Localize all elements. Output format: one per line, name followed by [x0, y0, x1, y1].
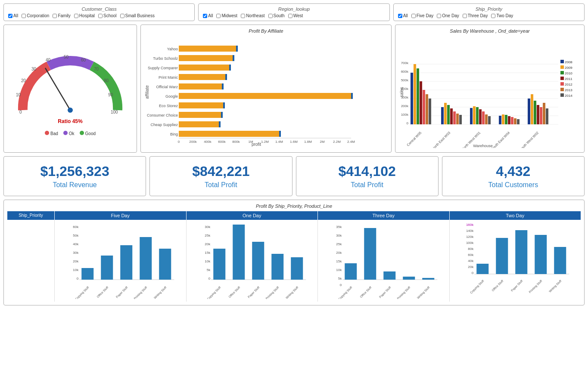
svg-rect-108	[537, 105, 539, 124]
svg-text:Turbo Schoolz: Turbo Schoolz	[153, 56, 178, 61]
two-day-svg: 160k 140k 120k 100k 80k 60k 40k 20k 0 Co…	[451, 222, 579, 299]
svg-rect-102	[511, 117, 513, 124]
svg-rect-142	[120, 245, 132, 280]
sp-one-day[interactable]: One Day	[437, 13, 459, 18]
profit-affiliate-title: Profit By Affiliate	[144, 28, 388, 34]
svg-text:300k: 300k	[401, 96, 409, 99]
bottom-header: Ship_Priority Five Day One Day Three Day…	[7, 211, 581, 220]
svg-rect-97	[488, 116, 491, 124]
svg-text:North East W03: North East W03	[431, 131, 451, 148]
svg-rect-38	[179, 112, 221, 118]
svg-text:25k: 25k	[336, 242, 342, 246]
customer-class-options: All Corporation Family Hospital School S…	[8, 13, 190, 18]
sp-five-day[interactable]: Five Day	[411, 13, 433, 18]
svg-text:2009: 2009	[565, 66, 572, 70]
svg-rect-199	[515, 230, 527, 274]
region-options: All Midwest Northeast South West	[203, 13, 385, 18]
svg-text:60: 60	[81, 58, 86, 62]
sp-three-day[interactable]: Three Day	[463, 13, 488, 18]
three-day-header: Three Day	[318, 211, 450, 220]
ship-priority-header: Ship_Priority	[7, 211, 55, 220]
svg-text:500k: 500k	[401, 78, 409, 82]
svg-text:120k: 120k	[466, 235, 473, 239]
svg-rect-177	[345, 263, 357, 280]
cc-hospital[interactable]: Hospital	[74, 13, 95, 18]
svg-text:South West W02: South West W02	[519, 131, 540, 148]
ok-legend: Ok	[63, 131, 75, 136]
svg-text:2011: 2011	[565, 77, 572, 81]
svg-text:100: 100	[111, 110, 118, 114]
svg-text:2M: 2M	[320, 140, 324, 144]
cc-small-business[interactable]: Small Business	[120, 13, 155, 18]
svg-rect-29	[179, 83, 222, 89]
svg-rect-162	[291, 257, 303, 280]
customer-class-title: Customer_Class	[8, 6, 190, 12]
svg-rect-20	[179, 55, 233, 61]
svg-text:35k: 35k	[336, 225, 342, 229]
svg-text:30k: 30k	[336, 234, 342, 237]
svg-rect-17	[179, 46, 236, 52]
svg-text:Google: Google	[165, 94, 178, 99]
svg-rect-179	[383, 271, 395, 280]
svg-text:90: 90	[108, 92, 113, 97]
svg-text:Writing Stuff: Writing Stuff	[153, 286, 167, 299]
svg-rect-128	[560, 88, 564, 91]
svg-text:20k: 20k	[73, 259, 79, 263]
bad-legend: Bad	[45, 131, 58, 136]
svg-text:Consumer Choice: Consumer Choice	[147, 113, 178, 117]
kpi-profit2-label: Total Profit	[301, 181, 434, 189]
ship-priority-title: Ship_Priority	[398, 6, 580, 12]
svg-text:140k: 140k	[466, 229, 473, 233]
svg-text:100k: 100k	[401, 113, 409, 117]
svg-rect-24	[229, 65, 231, 71]
svg-rect-26	[179, 74, 225, 80]
svg-text:50: 50	[64, 55, 69, 59]
cc-school[interactable]: School	[98, 13, 117, 18]
svg-text:20k: 20k	[468, 265, 474, 269]
svg-text:10k: 10k	[205, 259, 211, 263]
sp-two-day[interactable]: Two Day	[491, 13, 513, 18]
one-day-header: One Day	[187, 211, 318, 220]
svg-rect-111	[546, 108, 548, 124]
reg-all[interactable]: All	[203, 13, 213, 18]
svg-text:20: 20	[21, 78, 26, 83]
sp-all[interactable]: All	[398, 13, 408, 18]
reg-midwest[interactable]: Midwest	[216, 13, 237, 18]
svg-rect-159	[233, 225, 245, 280]
reg-northeast[interactable]: Northeast	[241, 13, 264, 18]
cc-all[interactable]: All	[8, 13, 18, 18]
svg-text:Yahoo: Yahoo	[167, 47, 178, 51]
svg-text:10k: 10k	[336, 268, 342, 272]
svg-text:0: 0	[471, 271, 473, 275]
svg-rect-32	[179, 93, 351, 99]
svg-rect-85	[444, 103, 447, 124]
reg-south[interactable]: South	[268, 13, 285, 18]
southeast-w04	[499, 114, 520, 124]
cc-corporation[interactable]: Corporation	[22, 13, 49, 18]
svg-text:2.4M: 2.4M	[347, 140, 355, 144]
reg-west[interactable]: West	[288, 13, 303, 18]
sales-warehouse-chart: Sales By Warehouse , Ord_date=year sales…	[395, 25, 585, 153]
good-legend: Good	[80, 131, 96, 136]
three-day-chart: 35k 30k 25k 20k 15k 10k 5k 0 Copying Stu…	[318, 220, 450, 302]
profit-affiliate-chart: Profit By Affiliate affiliate profit Yah…	[140, 25, 392, 153]
five-day-svg: 60k 50k 40k 30k 20k 10k 0 Copying Stuff …	[56, 222, 184, 299]
filters-row: Customer_Class All Corporation Family Ho…	[0, 0, 588, 25]
svg-text:10: 10	[16, 92, 21, 97]
svg-rect-180	[403, 277, 415, 280]
svg-rect-98	[499, 116, 501, 124]
svg-rect-36	[223, 102, 225, 108]
southwest-w02	[528, 94, 548, 124]
svg-text:800k: 800k	[232, 140, 240, 144]
affiliate-svg: affiliate profit Yahoo Turbo Schoolz Sup…	[144, 36, 355, 148]
svg-rect-178	[364, 228, 376, 280]
northeast-w03	[441, 103, 462, 124]
three-day-svg: 35k 30k 25k 20k 15k 10k 5k 0 Copying Stu…	[320, 222, 448, 299]
svg-rect-90	[459, 115, 462, 124]
svg-text:200k: 200k	[401, 104, 409, 108]
kpi-revenue-value: $1,256,323	[8, 163, 141, 179]
svg-text:Copying Stuff: Copying Stuff	[469, 279, 484, 294]
svg-text:200k: 200k	[189, 140, 197, 144]
cc-family[interactable]: Family	[53, 13, 70, 18]
svg-text:Printing Stuff: Printing Stuff	[133, 286, 148, 299]
